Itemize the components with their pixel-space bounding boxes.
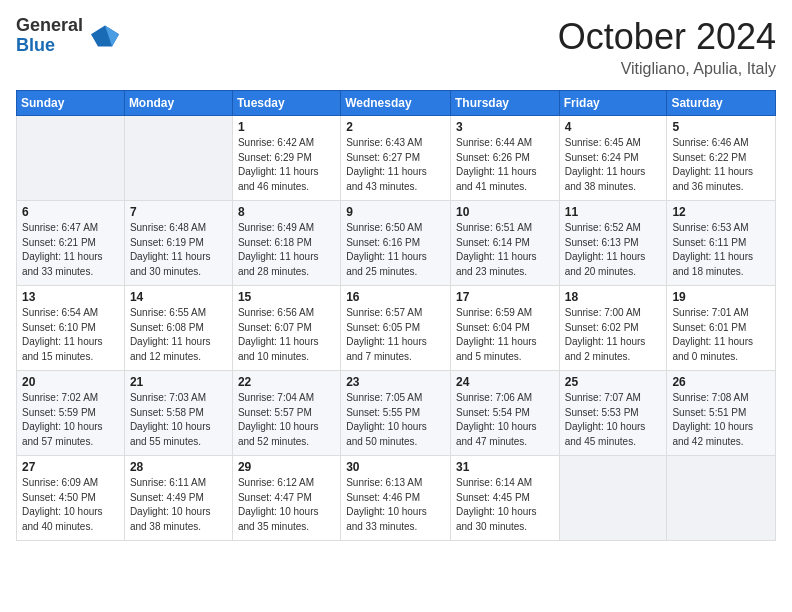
day-info: Sunrise: 7:05 AM Sunset: 5:55 PM Dayligh…	[346, 391, 445, 449]
day-cell: 3Sunrise: 6:44 AM Sunset: 6:26 PM Daylig…	[450, 116, 559, 201]
header-tuesday: Tuesday	[232, 91, 340, 116]
header-friday: Friday	[559, 91, 667, 116]
day-number: 6	[22, 205, 119, 219]
day-number: 25	[565, 375, 662, 389]
day-number: 1	[238, 120, 335, 134]
day-cell: 6Sunrise: 6:47 AM Sunset: 6:21 PM Daylig…	[17, 201, 125, 286]
day-info: Sunrise: 7:03 AM Sunset: 5:58 PM Dayligh…	[130, 391, 227, 449]
day-cell: 19Sunrise: 7:01 AM Sunset: 6:01 PM Dayli…	[667, 286, 776, 371]
day-cell: 15Sunrise: 6:56 AM Sunset: 6:07 PM Dayli…	[232, 286, 340, 371]
day-number: 8	[238, 205, 335, 219]
day-number: 11	[565, 205, 662, 219]
day-cell: 16Sunrise: 6:57 AM Sunset: 6:05 PM Dayli…	[341, 286, 451, 371]
day-number: 16	[346, 290, 445, 304]
day-cell: 12Sunrise: 6:53 AM Sunset: 6:11 PM Dayli…	[667, 201, 776, 286]
day-info: Sunrise: 7:07 AM Sunset: 5:53 PM Dayligh…	[565, 391, 662, 449]
day-cell: 13Sunrise: 6:54 AM Sunset: 6:10 PM Dayli…	[17, 286, 125, 371]
week-row-4: 20Sunrise: 7:02 AM Sunset: 5:59 PM Dayli…	[17, 371, 776, 456]
day-number: 17	[456, 290, 554, 304]
day-info: Sunrise: 6:12 AM Sunset: 4:47 PM Dayligh…	[238, 476, 335, 534]
day-cell: 2Sunrise: 6:43 AM Sunset: 6:27 PM Daylig…	[341, 116, 451, 201]
day-cell	[667, 456, 776, 541]
day-number: 27	[22, 460, 119, 474]
day-number: 4	[565, 120, 662, 134]
day-info: Sunrise: 7:00 AM Sunset: 6:02 PM Dayligh…	[565, 306, 662, 364]
week-row-3: 13Sunrise: 6:54 AM Sunset: 6:10 PM Dayli…	[17, 286, 776, 371]
day-number: 9	[346, 205, 445, 219]
calendar-page: GeneralBlue October 2024 Vitigliano, Apu…	[0, 0, 792, 612]
day-info: Sunrise: 6:56 AM Sunset: 6:07 PM Dayligh…	[238, 306, 335, 364]
day-info: Sunrise: 6:45 AM Sunset: 6:24 PM Dayligh…	[565, 136, 662, 194]
title-block: October 2024 Vitigliano, Apulia, Italy	[558, 16, 776, 78]
day-cell: 9Sunrise: 6:50 AM Sunset: 6:16 PM Daylig…	[341, 201, 451, 286]
day-info: Sunrise: 7:06 AM Sunset: 5:54 PM Dayligh…	[456, 391, 554, 449]
logo: GeneralBlue	[16, 16, 119, 56]
day-info: Sunrise: 7:02 AM Sunset: 5:59 PM Dayligh…	[22, 391, 119, 449]
day-info: Sunrise: 6:43 AM Sunset: 6:27 PM Dayligh…	[346, 136, 445, 194]
day-cell: 27Sunrise: 6:09 AM Sunset: 4:50 PM Dayli…	[17, 456, 125, 541]
calendar-table: Sunday Monday Tuesday Wednesday Thursday…	[16, 90, 776, 541]
day-cell: 8Sunrise: 6:49 AM Sunset: 6:18 PM Daylig…	[232, 201, 340, 286]
day-cell: 21Sunrise: 7:03 AM Sunset: 5:58 PM Dayli…	[124, 371, 232, 456]
day-info: Sunrise: 6:48 AM Sunset: 6:19 PM Dayligh…	[130, 221, 227, 279]
day-number: 24	[456, 375, 554, 389]
day-info: Sunrise: 6:13 AM Sunset: 4:46 PM Dayligh…	[346, 476, 445, 534]
day-info: Sunrise: 6:49 AM Sunset: 6:18 PM Dayligh…	[238, 221, 335, 279]
logo-icon	[91, 22, 119, 50]
day-number: 2	[346, 120, 445, 134]
day-cell: 10Sunrise: 6:51 AM Sunset: 6:14 PM Dayli…	[450, 201, 559, 286]
day-cell: 24Sunrise: 7:06 AM Sunset: 5:54 PM Dayli…	[450, 371, 559, 456]
day-cell: 7Sunrise: 6:48 AM Sunset: 6:19 PM Daylig…	[124, 201, 232, 286]
header-wednesday: Wednesday	[341, 91, 451, 116]
day-number: 28	[130, 460, 227, 474]
day-info: Sunrise: 6:47 AM Sunset: 6:21 PM Dayligh…	[22, 221, 119, 279]
day-cell: 4Sunrise: 6:45 AM Sunset: 6:24 PM Daylig…	[559, 116, 667, 201]
day-info: Sunrise: 6:51 AM Sunset: 6:14 PM Dayligh…	[456, 221, 554, 279]
day-info: Sunrise: 6:59 AM Sunset: 6:04 PM Dayligh…	[456, 306, 554, 364]
day-number: 3	[456, 120, 554, 134]
day-info: Sunrise: 6:57 AM Sunset: 6:05 PM Dayligh…	[346, 306, 445, 364]
day-number: 13	[22, 290, 119, 304]
month-title: October 2024	[558, 16, 776, 58]
day-info: Sunrise: 6:53 AM Sunset: 6:11 PM Dayligh…	[672, 221, 770, 279]
header: GeneralBlue October 2024 Vitigliano, Apu…	[16, 16, 776, 78]
week-row-5: 27Sunrise: 6:09 AM Sunset: 4:50 PM Dayli…	[17, 456, 776, 541]
day-info: Sunrise: 6:55 AM Sunset: 6:08 PM Dayligh…	[130, 306, 227, 364]
header-monday: Monday	[124, 91, 232, 116]
day-cell	[124, 116, 232, 201]
day-info: Sunrise: 7:01 AM Sunset: 6:01 PM Dayligh…	[672, 306, 770, 364]
day-number: 29	[238, 460, 335, 474]
day-cell: 20Sunrise: 7:02 AM Sunset: 5:59 PM Dayli…	[17, 371, 125, 456]
day-info: Sunrise: 6:46 AM Sunset: 6:22 PM Dayligh…	[672, 136, 770, 194]
day-info: Sunrise: 7:08 AM Sunset: 5:51 PM Dayligh…	[672, 391, 770, 449]
day-number: 14	[130, 290, 227, 304]
day-number: 15	[238, 290, 335, 304]
day-cell: 18Sunrise: 7:00 AM Sunset: 6:02 PM Dayli…	[559, 286, 667, 371]
day-info: Sunrise: 6:14 AM Sunset: 4:45 PM Dayligh…	[456, 476, 554, 534]
day-number: 18	[565, 290, 662, 304]
day-info: Sunrise: 6:50 AM Sunset: 6:16 PM Dayligh…	[346, 221, 445, 279]
day-info: Sunrise: 6:44 AM Sunset: 6:26 PM Dayligh…	[456, 136, 554, 194]
day-number: 12	[672, 205, 770, 219]
day-number: 31	[456, 460, 554, 474]
day-cell: 25Sunrise: 7:07 AM Sunset: 5:53 PM Dayli…	[559, 371, 667, 456]
header-sunday: Sunday	[17, 91, 125, 116]
day-cell: 23Sunrise: 7:05 AM Sunset: 5:55 PM Dayli…	[341, 371, 451, 456]
day-cell: 22Sunrise: 7:04 AM Sunset: 5:57 PM Dayli…	[232, 371, 340, 456]
location-title: Vitigliano, Apulia, Italy	[558, 60, 776, 78]
day-number: 5	[672, 120, 770, 134]
day-number: 23	[346, 375, 445, 389]
day-number: 7	[130, 205, 227, 219]
day-number: 10	[456, 205, 554, 219]
day-info: Sunrise: 6:11 AM Sunset: 4:49 PM Dayligh…	[130, 476, 227, 534]
day-cell	[17, 116, 125, 201]
weekday-header-row: Sunday Monday Tuesday Wednesday Thursday…	[17, 91, 776, 116]
day-cell: 17Sunrise: 6:59 AM Sunset: 6:04 PM Dayli…	[450, 286, 559, 371]
day-cell: 11Sunrise: 6:52 AM Sunset: 6:13 PM Dayli…	[559, 201, 667, 286]
day-cell: 31Sunrise: 6:14 AM Sunset: 4:45 PM Dayli…	[450, 456, 559, 541]
day-cell: 26Sunrise: 7:08 AM Sunset: 5:51 PM Dayli…	[667, 371, 776, 456]
day-info: Sunrise: 6:42 AM Sunset: 6:29 PM Dayligh…	[238, 136, 335, 194]
day-cell: 30Sunrise: 6:13 AM Sunset: 4:46 PM Dayli…	[341, 456, 451, 541]
day-cell: 1Sunrise: 6:42 AM Sunset: 6:29 PM Daylig…	[232, 116, 340, 201]
day-info: Sunrise: 6:54 AM Sunset: 6:10 PM Dayligh…	[22, 306, 119, 364]
